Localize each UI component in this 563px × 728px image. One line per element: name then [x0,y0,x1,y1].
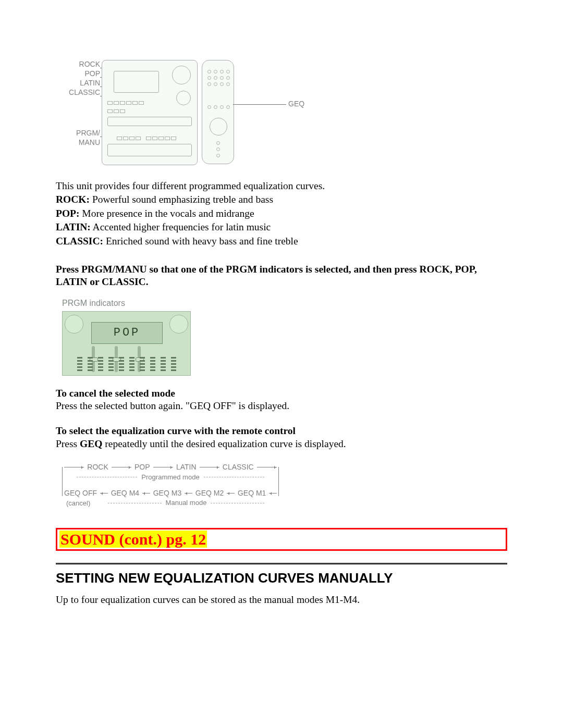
remote-control-illustration [202,60,234,164]
flow-top-classic: CLASSIC [223,463,254,472]
geq-key: GEQ [80,438,102,449]
highlight-bar: SOUND (cont.) pg. 12 [56,528,507,551]
geq-lead-line [233,104,286,105]
eq-desc-latin: Accented higher frequencies for latin mu… [91,221,271,232]
cancel-mode-body: Press the selected button again. "GEQ OF… [56,400,507,412]
label-geq: GEQ [288,100,304,109]
flow-bottom-caption: Manual mode [166,499,207,507]
label-manu: MANU [61,138,100,147]
flow-top-row: ROCK POP LATIN CLASSIC [61,463,280,472]
eq-name-pop: POP: [56,208,79,219]
remote-select-body: Press GEQ repeatedly until the desired e… [56,438,507,450]
diagram1-left-labels: ROCK POP LATIN CLASSIC PRGM/ MANU [61,60,100,147]
diagram-mode-flow: ROCK POP LATIN CLASSIC Programmed mode G… [61,463,280,512]
eq-desc-pop: More presence in the vocals and midrange [79,208,254,219]
eq-name-classic: CLASSIC: [56,236,103,246]
remote-select-header: To select the equalization curve with th… [56,425,507,437]
section-title: SETTING NEW EQUALIZATION CURVES MANUALLY [56,570,507,587]
flow-top-caption: Programmed mode [141,473,199,482]
flow-top-latin: LATIN [176,463,197,472]
cancel-mode-block: To cancel the selected mode Press the se… [56,387,507,413]
flow-bot-m1: GEQ M1 [238,489,266,498]
highlight-bar-text: SOUND (cont.) pg. 12 [59,530,207,548]
flow-bottom-row: GEQ OFF GEQ M4 GEQ M3 GEQ M2 GEQ M1 [61,489,280,498]
manual-page: ROCK POP LATIN CLASSIC PRGM/ MANU [0,0,563,728]
press-instruction: Press PRGM/MANU so that one of the PRGM … [56,263,507,289]
eq-name-rock: ROCK: [56,194,90,205]
label-rock: ROCK [61,60,100,69]
intro-text: This unit provides four different progra… [56,180,507,248]
section-body: Up to four equalization curves can be st… [56,594,507,606]
intro-lead: This unit provides four different progra… [56,180,507,192]
remote-select-block: To select the equalization curve with th… [56,425,507,450]
flow-bot-m4: GEQ M4 [111,489,139,498]
eq-desc-rock: Powerful sound emphasizing treble and ba… [90,194,273,205]
flow-cancel-note: (cancel) [66,499,90,508]
cancel-mode-header: To cancel the selected mode [56,387,507,400]
label-classic: CLASSIC [61,88,100,97]
label-latin: LATIN [61,79,100,88]
flow-bot-m3: GEQ M3 [153,489,181,498]
label-prgm: PRGM/ [61,129,100,138]
diagram-stereo-and-remote: ROCK POP LATIN CLASSIC PRGM/ MANU [61,60,468,169]
eq-desc-classic: Enriched sound with heavy bass and fine … [103,236,298,246]
section-rule [56,562,507,564]
front-panel-illustration: POP [62,311,191,376]
label-pop: POP [61,69,100,79]
flow-top-pop: POP [134,463,150,472]
panel-display: POP [91,322,163,344]
eq-name-latin: LATIN: [56,221,91,232]
stereo-unit-illustration [102,60,198,165]
flow-bot-geqoff: GEQ OFF [64,489,97,498]
prgm-indicators-caption: PRGM indicators [62,298,203,309]
flow-top-rock: ROCK [87,463,108,472]
flow-bot-m2: GEQ M2 [195,489,224,498]
eq-meter-bars [66,352,187,371]
diagram-prgm-indicators: PRGM indicators POP [62,298,203,376]
